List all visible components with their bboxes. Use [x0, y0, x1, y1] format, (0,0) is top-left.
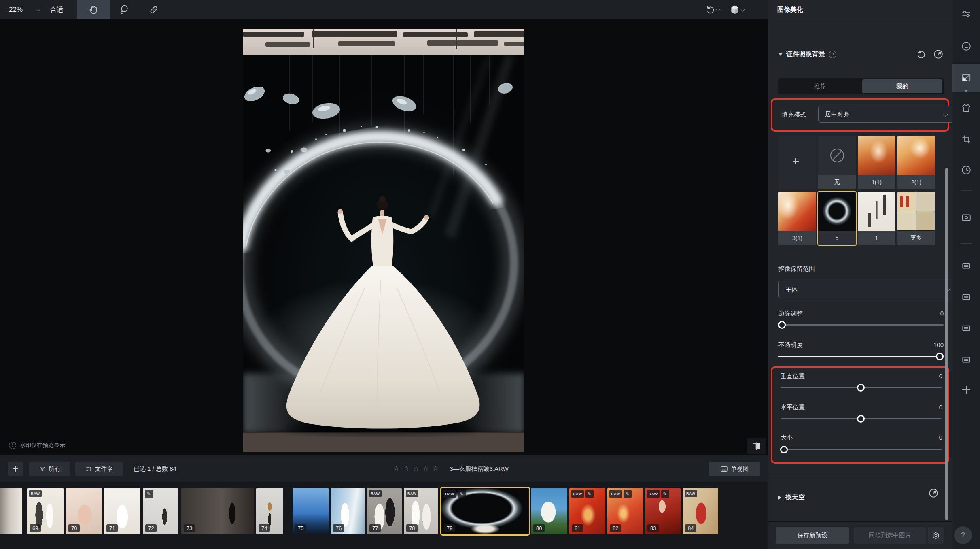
- preset-thumb[interactable]: 3(1): [778, 192, 816, 245]
- rail-clothing-button[interactable]: [952, 97, 980, 119]
- hand-tool-button[interactable]: [77, 0, 110, 19]
- star-icon[interactable]: ☆: [393, 465, 399, 472]
- filter-button[interactable]: 所有: [29, 462, 70, 476]
- matting-select[interactable]: 主体: [778, 281, 955, 298]
- rail-preset-card-button[interactable]: [952, 348, 980, 371]
- raw-badge: RAW: [685, 490, 697, 497]
- tab-mine[interactable]: 我的: [862, 79, 942, 93]
- filmstrip-thumb-84[interactable]: RAW84: [683, 488, 718, 534]
- preset-more[interactable]: 更多: [897, 192, 935, 245]
- panel-header: 图像美化: [768, 0, 952, 19]
- star-icon[interactable]: ☆: [433, 465, 439, 472]
- preset-thumb[interactable]: 1: [858, 192, 895, 245]
- sync-settings-button[interactable]: [928, 527, 944, 544]
- filmstrip-thumb-78[interactable]: RAW78: [404, 488, 438, 534]
- rail-id-photo-button[interactable]: [952, 206, 980, 229]
- compare-view-button[interactable]: [747, 438, 766, 454]
- rail-add-button[interactable]: [952, 379, 980, 401]
- liquify-tool-button[interactable]: [110, 0, 138, 19]
- filmstrip-thumb-77[interactable]: RAW77: [367, 488, 402, 534]
- section-reset-icon[interactable]: [933, 49, 944, 60]
- thumb-number-badge: 77: [369, 524, 381, 532]
- filter-funnel-icon: [39, 466, 46, 472]
- section-header-bg-replace[interactable]: 证件照换背景 ?: [778, 50, 836, 59]
- undo-button[interactable]: [702, 0, 723, 19]
- zoom-chevron-down-icon[interactable]: [36, 7, 40, 11]
- filmstrip-thumb-70[interactable]: 70: [66, 488, 102, 534]
- thumb-number-badge: 73: [184, 524, 195, 532]
- rail-preset-card-button[interactable]: [952, 285, 980, 308]
- preset-thumb[interactable]: 1(1): [858, 136, 895, 189]
- add-photos-button[interactable]: [8, 462, 23, 476]
- star-icon[interactable]: ☆: [413, 465, 419, 472]
- filmstrip-thumb-72[interactable]: ✎72: [143, 488, 178, 534]
- thumb-number-badge: 80: [533, 524, 545, 532]
- slider-thumb[interactable]: [780, 446, 788, 453]
- slider-thumb[interactable]: [857, 384, 865, 392]
- sync-to-selected-button[interactable]: 同步到选中图片: [854, 527, 926, 544]
- rail-portrait-button[interactable]: [952, 35, 980, 57]
- filmstrip-thumb-76[interactable]: 76: [331, 488, 365, 534]
- fit-button[interactable]: 合适: [50, 0, 63, 19]
- chevron-down-icon: [943, 112, 948, 116]
- rail-image-enhance-button[interactable]: [952, 66, 980, 89]
- filmstrip-thumb-69[interactable]: RAW69: [27, 488, 64, 534]
- rail-adjustments-button[interactable]: [952, 2, 980, 25]
- preset-thumb-selected[interactable]: 5: [818, 192, 856, 245]
- thumb-number-badge: 84: [685, 524, 696, 532]
- undo-icon: [706, 5, 715, 15]
- filmstrip-thumb-partial[interactable]: [0, 488, 22, 534]
- slider-opacity: 不透明度100: [778, 341, 944, 349]
- thumb-number-badge: 69: [30, 524, 41, 532]
- rail-preset-card-button[interactable]: [952, 254, 980, 277]
- preset-card-icon: [961, 260, 972, 271]
- star-icon[interactable]: ☆: [423, 465, 429, 472]
- rail-history-button[interactable]: [952, 159, 980, 181]
- filmstrip-thumb-82[interactable]: RAW✎82: [607, 488, 643, 534]
- image-canvas[interactable]: ! 水印仅在预览显示: [0, 19, 768, 455]
- filmstrip[interactable]: RAW697071✎7273747576RAW77RAW78RAW✎7980RA…: [0, 482, 768, 549]
- slider-thumb[interactable]: [857, 415, 865, 423]
- zoom-level[interactable]: 22%: [9, 0, 23, 19]
- raw-badge: RAW: [571, 490, 584, 498]
- panel-scrollbar[interactable]: [945, 168, 948, 520]
- rail-preset-card-button[interactable]: [952, 317, 980, 339]
- thumb-number-badge: 70: [68, 524, 80, 532]
- section-header-sky-replace[interactable]: 换天空: [778, 493, 805, 502]
- filmstrip-thumb-71[interactable]: 71: [104, 488, 140, 534]
- filmstrip-thumb-73[interactable]: 73: [181, 488, 254, 534]
- star-icon[interactable]: ☆: [403, 465, 409, 472]
- rail-crop-button[interactable]: [952, 128, 980, 151]
- current-file-info: ☆☆☆☆☆ 3—衣服祛褶皱3.ARW: [393, 462, 509, 476]
- preset-none[interactable]: 无: [818, 136, 856, 189]
- slider-track[interactable]: [778, 324, 944, 326]
- single-view-button[interactable]: 单视图: [709, 462, 760, 476]
- section-help-icon[interactable]: ?: [829, 51, 836, 58]
- patch-tool-button[interactable]: [140, 0, 168, 19]
- slider-thumb[interactable]: [936, 353, 944, 360]
- filmstrip-thumb-83[interactable]: RAW✎83: [645, 488, 681, 534]
- sky-reset-icon[interactable]: [928, 488, 939, 498]
- sort-button[interactable]: 文件名: [75, 462, 123, 476]
- filmstrip-thumb-80[interactable]: 80: [531, 488, 567, 534]
- tab-recommended[interactable]: 推荐: [780, 79, 860, 93]
- hand-icon: [88, 4, 99, 15]
- preset-image: [858, 192, 895, 231]
- section-undo-icon[interactable]: [916, 49, 927, 60]
- preset-add-button[interactable]: [778, 136, 816, 189]
- slider-thumb[interactable]: [778, 321, 786, 329]
- save-preset-button[interactable]: 保存新预设: [776, 527, 849, 544]
- preview-3d-button[interactable]: [725, 0, 748, 19]
- slider-track[interactable]: [781, 449, 942, 450]
- edited-badge-icon: ✎: [624, 490, 632, 498]
- filmstrip-thumb-74[interactable]: 74: [256, 488, 283, 534]
- preset-image: [778, 192, 816, 231]
- filmstrip-thumb-79[interactable]: RAW✎79: [441, 488, 529, 534]
- filmstrip-thumb-75[interactable]: 75: [293, 488, 329, 534]
- edited-badge-icon: ✎: [458, 490, 466, 498]
- star-rating[interactable]: ☆☆☆☆☆: [393, 465, 442, 472]
- fill-mode-select[interactable]: 居中对齐: [818, 106, 953, 123]
- filmstrip-thumb-81[interactable]: RAW✎81: [569, 488, 605, 534]
- preset-thumb[interactable]: 2(1): [897, 136, 935, 189]
- help-button[interactable]: ?: [954, 526, 972, 544]
